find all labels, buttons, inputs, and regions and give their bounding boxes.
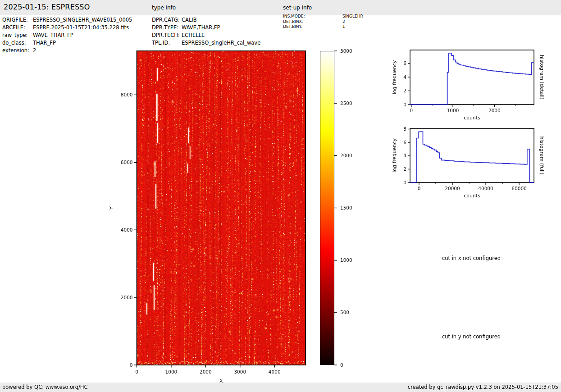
y-tick-label: 2	[403, 166, 406, 172]
cut-in-x-message: cut in x not configured	[415, 255, 528, 261]
x-axis-label: counts	[464, 193, 480, 199]
x-tick-label: 3000	[234, 369, 246, 374]
footer-powered-by: powered by QC: www.eso.org/HC	[2, 384, 87, 390]
right-axis-label: histogram (detail)	[539, 55, 545, 100]
colorbar-tick-label: 2000	[340, 153, 352, 158]
cut-in-y-message: cut in y not configured	[415, 333, 528, 340]
y-axis-label: log frequency	[392, 60, 397, 94]
y-axis-label: Y	[109, 206, 114, 210]
x-tick-label: 0	[418, 186, 421, 191]
y-axis-label: log frequency	[392, 138, 397, 173]
y-tick-label: 2	[403, 88, 406, 93]
x-tick-label: 1000	[447, 108, 459, 113]
colorbar-tick-label: 1500	[340, 205, 352, 210]
x-tick-label: 20000	[445, 186, 460, 191]
y-tick-label: 0	[403, 180, 406, 185]
histogram-full-frame	[410, 128, 534, 182]
colorbar-tick-label: 1000	[340, 257, 352, 263]
y-tick-label: 4	[403, 153, 406, 158]
x-tick-label: 60000	[511, 186, 526, 191]
y-tick-label: 4000	[121, 227, 133, 232]
x-tick-label: 2000	[200, 369, 212, 374]
x-tick-label: 1000	[165, 369, 178, 374]
x-tick-label: 40000	[478, 186, 493, 191]
x-tick-label: 0	[410, 108, 413, 113]
histogram-full-line	[410, 132, 534, 182]
y-tick-label: 0	[403, 102, 406, 107]
colorbar-tick-label: 3000	[340, 48, 352, 54]
histogram-detail-frame	[410, 50, 534, 105]
y-tick-label: 8000	[121, 92, 133, 97]
x-tick-label: 0	[135, 369, 138, 374]
colorbar-axis: 050010001500200025003000	[334, 48, 352, 368]
y-tick-label: 8	[403, 126, 406, 132]
y-tick-label: 2000	[121, 295, 133, 300]
histogram-full-plot: 020000400006000002468countslog frequency…	[392, 126, 545, 199]
colorbar-tick-label: 0	[340, 362, 343, 368]
x-axis-label: counts	[464, 115, 480, 121]
x-tick-label: 4000	[269, 369, 281, 374]
y-tick-label: 6	[403, 140, 406, 145]
main-plot-frame	[137, 51, 306, 365]
colorbar-tick-label: 2500	[340, 100, 352, 106]
y-tick-label: 6	[403, 60, 406, 66]
x-tick-label: 2000	[488, 108, 501, 113]
colorbar-tick-label: 500	[340, 310, 349, 315]
right-axis-label: histogram (full)	[539, 137, 545, 175]
y-tick-label: 6000	[121, 160, 133, 165]
main-plot-axes: 0100020003000400002000400060008000XY	[109, 51, 306, 384]
y-tick-label: 0	[130, 362, 133, 368]
qc-report-page: 2025-01-15: ESPRESSO type info set-up in…	[0, 0, 561, 392]
y-tick-label: 4	[403, 74, 406, 80]
footer-created-by: created by qc_rawdisp.py v1.2.3 on 2025-…	[408, 384, 558, 390]
histogram-detail-plot: 0100020000246countslog frequencyhistogra…	[392, 50, 545, 121]
histogram-detail-line	[410, 53, 534, 105]
